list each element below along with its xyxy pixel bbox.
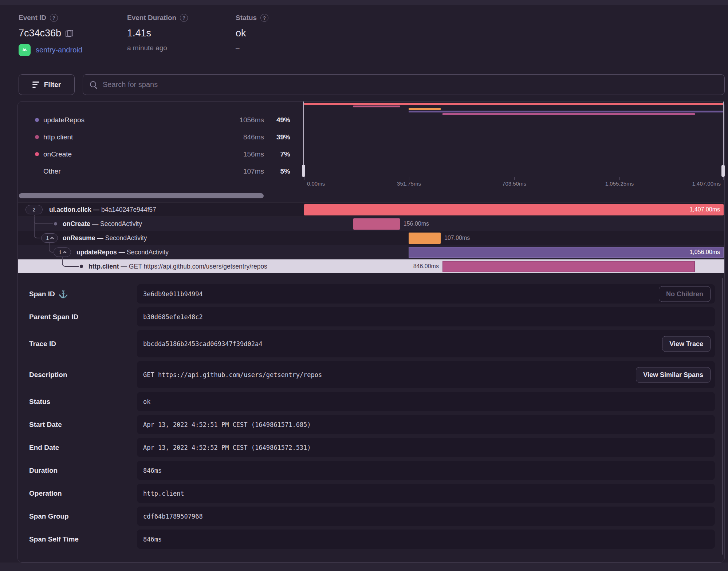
detail-value-cell: bbcdda5186b2453cad069347f39d02a4 View Tr… xyxy=(137,330,715,357)
filter-button-label: Filter xyxy=(44,81,61,89)
event-id-label: Event ID xyxy=(19,14,46,22)
span-duration-bar[interactable] xyxy=(442,261,695,272)
span-duration-bar[interactable] xyxy=(409,233,441,244)
event-duration-column: Event Duration ? 1.41s a minute ago xyxy=(127,14,236,56)
help-icon[interactable]: ? xyxy=(180,14,188,22)
op-color-dot xyxy=(35,135,39,139)
axis-tick-label: 351.75ms xyxy=(397,181,421,187)
detail-value-cell: 846ms xyxy=(137,461,715,480)
chevron-up-icon xyxy=(63,251,67,254)
span-row[interactable]: 2 ui.action.click — b4a140247e944f57 1,4… xyxy=(18,202,724,217)
detail-row: Status ok xyxy=(18,392,715,411)
detail-row: Start Date Apr 13, 2022 4:52:51 PM CEST … xyxy=(18,415,715,434)
op-percent: 5% xyxy=(280,167,290,175)
detail-label: Status xyxy=(29,398,50,406)
span-op: onCreate xyxy=(63,220,90,227)
op-name: onCreate xyxy=(43,150,72,158)
viewport-left-handle[interactable] xyxy=(302,165,305,177)
trace-minimap[interactable] xyxy=(304,102,724,177)
copy-icon[interactable] xyxy=(66,30,72,37)
viewport-right-handle[interactable] xyxy=(721,165,725,177)
detail-value-cell: ok xyxy=(137,392,715,411)
collapse-toggle[interactable]: 1 xyxy=(41,233,58,243)
axis-tick-label: 1,407.00ms xyxy=(692,181,721,187)
detail-label: Operation xyxy=(29,489,62,497)
op-breakdown-area: updateRepos 1056ms 49% http.client 846ms… xyxy=(18,102,724,177)
event-age: a minute ago xyxy=(127,44,167,52)
filter-icon xyxy=(32,82,39,88)
axis-tick xyxy=(514,177,515,180)
span-tree-cell: 2 ui.action.click — b4a140247e944f57 xyxy=(18,203,304,217)
project-link[interactable]: sentry-android xyxy=(36,46,82,54)
op-percent: 39% xyxy=(276,133,290,141)
span-duration-bar[interactable] xyxy=(304,204,724,215)
span-desc: SecondActivity xyxy=(127,249,169,256)
help-icon[interactable]: ? xyxy=(50,14,58,22)
trace-panel: updateRepos 1056ms 49% http.client 846ms… xyxy=(17,101,725,563)
child-count: 2 xyxy=(33,207,36,213)
detail-row: Operation http.client xyxy=(18,484,715,503)
search-box[interactable] xyxy=(83,74,725,95)
legend-row: http.client 846ms 39% xyxy=(18,128,303,146)
view-similar-spans-button[interactable]: View Similar Spans xyxy=(636,367,711,382)
legend-row: onCreate 156ms 7% xyxy=(18,146,303,163)
span-id-value: 3e6db9e011b94994 xyxy=(143,290,203,298)
tree-connector xyxy=(34,217,53,224)
detail-label: End Date xyxy=(29,444,59,452)
axis-tick-label: 1,055.25ms xyxy=(605,181,634,187)
span-duration-label: 846.00ms xyxy=(413,263,439,270)
op-color-dot xyxy=(35,118,39,122)
project-chip[interactable]: sentry-android xyxy=(19,44,82,56)
detail-value-cell: 3e6db9e011b94994 No Children xyxy=(137,284,715,304)
span-row[interactable]: onCreate — SecondActivity 156.00ms xyxy=(18,217,724,231)
leaf-dot xyxy=(54,222,57,226)
anchor-icon[interactable]: ⚓ xyxy=(59,290,68,298)
span-tree-cell: onCreate — SecondActivity xyxy=(18,217,304,231)
view-trace-button[interactable]: View Trace xyxy=(662,336,711,352)
leaf-dot xyxy=(80,265,83,268)
no-children-button: No Children xyxy=(659,286,711,302)
axis-tick-label: 0.00ms xyxy=(307,181,325,187)
detail-label: Start Date xyxy=(29,421,62,429)
span-desc: b4a140247e944f57 xyxy=(101,206,156,213)
status-value: ok xyxy=(236,28,246,39)
span-op: ui.action.click xyxy=(49,206,91,213)
detail-label: Span Group xyxy=(29,512,69,520)
expand-toggle[interactable]: 2 xyxy=(25,205,43,214)
trace-id-value: bbcdda5186b2453cad069347f39d02a4 xyxy=(143,340,263,348)
detail-label: Trace ID xyxy=(29,340,56,348)
tree-scrollbar-track[interactable] xyxy=(18,189,724,202)
span-row-selected[interactable]: http.client — GET https://api.github.com… xyxy=(18,259,724,273)
detail-row: End Date Apr 13, 2022 4:52:52 PM CEST (1… xyxy=(18,438,715,457)
detail-label: Description xyxy=(29,371,67,379)
collapse-toggle[interactable]: 1 xyxy=(54,247,71,257)
span-duration-label: 156.00ms xyxy=(404,221,429,227)
span-row[interactable]: 1 onResume — SecondActivity 107.00ms xyxy=(18,231,724,245)
minimap-span-bar xyxy=(409,108,441,110)
detail-label: Span Self Time xyxy=(29,535,79,543)
op-percent: 49% xyxy=(276,116,290,124)
detail-value-cell: http.client xyxy=(137,484,715,503)
tree-scrollbar-thumb[interactable] xyxy=(19,193,264,198)
child-count: 1 xyxy=(59,249,62,255)
filter-button[interactable]: Filter xyxy=(19,74,75,95)
top-strip xyxy=(0,0,728,5)
detail-value-cell: b30d685efe1e48c2 xyxy=(137,307,715,326)
start-date-value: Apr 13, 2022 4:52:51 PM CEST (1649861571… xyxy=(143,421,311,428)
span-self-time-value: 846ms xyxy=(143,536,162,543)
span-duration-label: 1,056.00ms xyxy=(689,249,720,255)
search-input[interactable] xyxy=(103,80,718,89)
help-icon[interactable]: ? xyxy=(260,14,268,22)
minimap-span-bar xyxy=(409,111,724,112)
axis-tick xyxy=(723,177,724,180)
details-scrollbar-thumb[interactable] xyxy=(722,278,723,555)
operations-legend: updateRepos 1056ms 49% http.client 846ms… xyxy=(18,102,303,177)
span-tree-cell: 1 updateRepos — SecondActivity xyxy=(18,245,304,259)
span-row[interactable]: 1 updateRepos — SecondActivity 1,056.00m… xyxy=(18,245,724,259)
op-name: http.client xyxy=(43,133,73,141)
span-duration-bar[interactable] xyxy=(353,218,400,230)
span-duration-bar[interactable] xyxy=(409,247,724,258)
span-details: Span ID ⚓ 3e6db9e011b94994 No Children P… xyxy=(18,273,724,563)
chevron-up-icon xyxy=(50,237,54,240)
event-duration-label: Event Duration xyxy=(127,14,176,22)
